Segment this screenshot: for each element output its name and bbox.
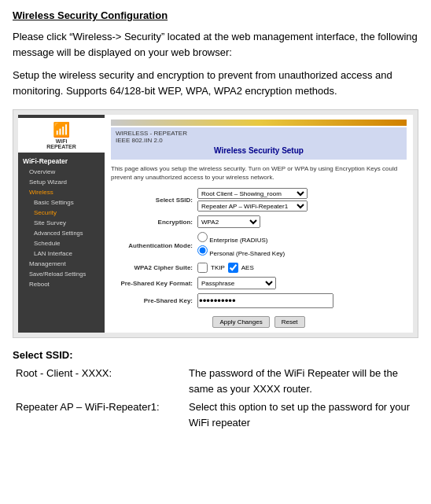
ssid-row-1: Repeater AP – WiFi-Repeater1: Select thi…	[13, 398, 418, 432]
header-line1: WIRELESS - REPEATER	[116, 130, 402, 137]
psk-control	[197, 293, 407, 308]
ssid-row-1-label: Repeater AP – WiFi-Repeater1:	[13, 398, 186, 432]
sidebar-item-advanced-settings[interactable]: Advanced Settings	[18, 228, 105, 238]
encryption-select[interactable]: WPA2	[197, 215, 260, 228]
encryption-label: Encryption:	[111, 219, 197, 226]
encryption-row: Encryption: WPA2	[111, 215, 407, 228]
psk-row: Pre-Shared Key:	[111, 293, 407, 308]
auth-enterprise-radio[interactable]	[197, 232, 208, 242]
sidebar-item-overview[interactable]: Overview	[18, 167, 105, 177]
psk-format-select[interactable]: Passphrase	[197, 277, 276, 289]
wpa2-cipher-row: WPA2 Cipher Suite: TKIP AES	[111, 263, 407, 273]
ssid-select-repeater[interactable]: Repeater AP – WiFi-Repeater1	[197, 200, 308, 212]
auth-mode-control: Enterprise (RADIUS) Personal (Pre-Shared…	[197, 232, 407, 259]
psk-label: Pre-Shared Key:	[111, 297, 197, 304]
apply-changes-button[interactable]: Apply Changes	[212, 316, 269, 328]
ssid-select-area: Root Client – Showing_room Repeater AP –…	[197, 188, 407, 212]
top-bar	[111, 120, 407, 126]
reset-button[interactable]: Reset	[274, 316, 305, 328]
sidebar-item-reboot[interactable]: Reboot	[18, 279, 105, 289]
header-line2: IEEE 802.IIN 2.0	[116, 137, 402, 144]
sidebar-logo: 📶 WiFiREPEATER	[18, 118, 105, 153]
sidebar-item-security[interactable]: Security	[18, 208, 105, 218]
screenshot-simulation: 📶 WiFiREPEATER WiFi-Repeater Overview Se…	[13, 109, 418, 338]
repeater-label: WiFiREPEATER	[21, 138, 101, 149]
select-ssid-label: Select SSID:	[111, 197, 197, 204]
tkip-label: TKIP	[211, 264, 225, 271]
sidebar-item-setup-wizard[interactable]: Setup Wizard	[18, 177, 105, 187]
wifi-icon: 📶	[21, 121, 101, 138]
psk-format-label: Pre-Shared Key Format:	[111, 280, 197, 287]
intro-paragraph-2: Setup the wireless security and encrypti…	[13, 68, 418, 98]
auth-mode-label: Authentication Mode:	[111, 242, 197, 249]
ssid-row-0-desc: The password of the WiFi Repeater will b…	[186, 364, 418, 398]
sidebar-item-basic-settings[interactable]: Basic Settings	[18, 197, 105, 208]
select-ssid-row: Select SSID: Root Client – Showing_room …	[111, 188, 407, 212]
ssid-row-0-label: Root - Client - XXXX:	[13, 364, 186, 398]
sidebar-item-wifi-repeater[interactable]: WiFi-Repeater	[18, 156, 105, 167]
wireless-security-setup-title: Wireless Security Setup	[116, 144, 402, 157]
wpa2-cipher-control: TKIP AES	[197, 263, 407, 273]
psk-format-control: Passphrase	[197, 277, 407, 289]
sidebar-item-schedule[interactable]: Schedule	[18, 238, 105, 248]
auth-mode-row: Authentication Mode: Enterprise (RADIUS)…	[111, 232, 407, 259]
main-header: WIRELESS - REPEATER IEEE 802.IIN 2.0 Wir…	[111, 127, 407, 160]
tkip-checkbox[interactable]	[197, 263, 208, 273]
ssid-description-table: Root - Client - XXXX: The password of th…	[13, 364, 418, 432]
aes-checkbox[interactable]	[228, 263, 238, 273]
psk-input[interactable]	[197, 293, 333, 308]
sidebar-item-lan-interface[interactable]: LAN Interface	[18, 248, 105, 259]
main-panel: WIRELESS - REPEATER IEEE 802.IIN 2.0 Wir…	[105, 115, 413, 333]
auth-enterprise-text: Enterprise (RADIUS)	[209, 237, 267, 244]
select-ssid-section-title: Select SSID:	[13, 349, 418, 361]
sidebar-item-site-survey[interactable]: Site Survey	[18, 218, 105, 228]
psk-format-row: Pre-Shared Key Format: Passphrase	[111, 277, 407, 289]
ssid-row-0: Root - Client - XXXX: The password of th…	[13, 364, 418, 398]
button-row: Apply Changes Reset	[111, 316, 407, 328]
sidebar-item-management[interactable]: Management	[18, 259, 105, 269]
aes-label: AES	[241, 264, 254, 271]
wpa2-cipher-label: WPA2 Cipher Suite:	[111, 264, 197, 271]
auth-enterprise-label[interactable]: Enterprise (RADIUS)	[197, 232, 407, 244]
sidebar: 📶 WiFiREPEATER WiFi-Repeater Overview Se…	[18, 115, 105, 333]
auth-personal-text: Personal (Pre-Shared Key)	[209, 250, 285, 257]
ssid-select-root[interactable]: Root Client – Showing_room	[197, 188, 308, 199]
intro-paragraph-1: Please click “Wireless-> Security” locat…	[13, 29, 418, 60]
panel-description: This page allows you setup the wireless …	[111, 164, 407, 182]
auth-personal-radio[interactable]	[197, 245, 208, 256]
auth-personal-label[interactable]: Personal (Pre-Shared Key)	[197, 245, 407, 257]
ssid-row-1-desc: Select this option to set up the passwor…	[186, 398, 418, 432]
page-title: Wireless Security Configuration	[13, 9, 418, 21]
encryption-control: WPA2	[197, 215, 407, 228]
sidebar-item-wireless[interactable]: Wireless	[18, 187, 105, 197]
sidebar-item-save-reload[interactable]: Save/Reload Settings	[18, 269, 105, 279]
